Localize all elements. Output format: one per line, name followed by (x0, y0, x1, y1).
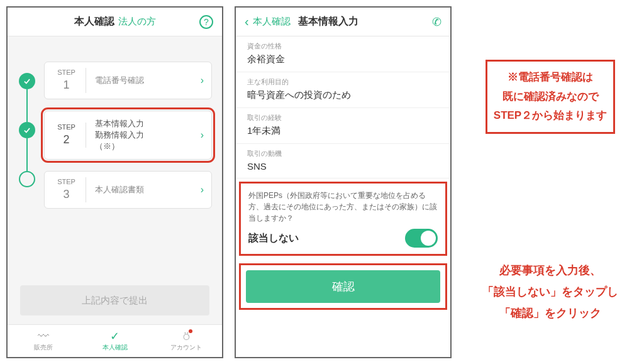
confirm-button[interactable]: 確認 (246, 270, 440, 303)
step-dot-done (19, 73, 35, 89)
phone-icon[interactable]: ✆ (432, 15, 441, 29)
field-fund-nature[interactable]: 資金の性格 余裕資金 (236, 36, 450, 72)
field-label: 主な利用目的 (247, 77, 439, 87)
peps-toggle[interactable] (405, 229, 438, 248)
bottom-nav: 〰 販売所 ✓ 本人確認 ⍥ アカウント (8, 324, 222, 357)
timeline-line (26, 89, 28, 122)
person-icon: ⍥ (183, 331, 190, 342)
help-icon[interactable]: ? (199, 15, 213, 29)
notification-dot-icon (189, 329, 192, 333)
header-subtitle-link[interactable]: 法人の方 (118, 16, 156, 28)
step-label: 基本情報入力 勤務情報入力 （※） (86, 118, 201, 153)
field-value: 暗号資産への投資のため (247, 89, 439, 101)
peps-question: 外国PEPs（外国政府等において重要な地位を占める方、過去にその地位にあった方、… (248, 190, 438, 224)
nav-label: 販売所 (34, 343, 53, 352)
step-card-3[interactable]: STEP3 本人確認書類 › (44, 171, 212, 209)
timeline (18, 62, 36, 285)
chevron-right-icon: › (201, 75, 204, 86)
submit-row: 上記内容で提出 (8, 285, 222, 324)
annotation-text: 必要事項を入力後、 「該当しない」をタップし 「確認」をクリック (482, 260, 618, 324)
step-dot-pending (19, 171, 35, 187)
page-title: 本人確認 (74, 15, 114, 28)
page-title: 基本情報入力 (298, 15, 358, 28)
step-label: 本人確認書類 (86, 184, 201, 195)
nav-label: アカウント (170, 343, 202, 352)
phone-form-screen: ‹ 本人確認 基本情報入力 ✆ 資金の性格 余裕資金 主な利用目的 暗号資産への… (235, 6, 452, 358)
step-badge: STEP3 (52, 177, 86, 202)
submit-button[interactable]: 上記内容で提出 (20, 285, 209, 315)
timeline-line (26, 138, 28, 171)
field-label: 取引の経験 (247, 113, 439, 123)
step-badge: STEP1 (52, 68, 86, 93)
field-value: SNS (247, 161, 439, 172)
nav-label: 本人確認 (103, 343, 128, 352)
annotation-boxed: ※電話番号確認は 既に確認済みなので STEP２から始まります (486, 60, 615, 134)
chevron-right-icon: › (201, 129, 204, 141)
field-value: 余裕資金 (247, 53, 439, 65)
header-bar: 本人確認 法人の方 ? (8, 8, 222, 36)
step-badge: STEP2 (52, 123, 86, 148)
field-motive[interactable]: 取引の動機 SNS (236, 144, 450, 178)
confirm-wrap: 確認 (241, 265, 445, 308)
nav-sales[interactable]: 〰 販売所 (8, 325, 79, 357)
peps-value: 該当しない (248, 232, 299, 245)
field-label: 資金の性格 (247, 41, 439, 51)
chart-line-icon: 〰 (38, 331, 49, 342)
field-value: 1年未満 (247, 125, 439, 137)
step-dot-done (19, 122, 35, 138)
phone-steps-screen: 本人確認 法人の方 ? STEP1 電話番号確認 › STEP2 基本情報入力 … (6, 6, 223, 358)
shield-check-icon: ✓ (110, 331, 119, 342)
steps-area: STEP1 電話番号確認 › STEP2 基本情報入力 勤務情報入力 （※） ›… (8, 36, 222, 285)
step-card-2[interactable]: STEP2 基本情報入力 勤務情報入力 （※） › (44, 111, 212, 160)
chevron-right-icon: › (201, 184, 204, 195)
peps-block: 外国PEPs（外国政府等において重要な地位を占める方、過去にその地位にあった方、… (241, 184, 445, 254)
step-cards: STEP1 電話番号確認 › STEP2 基本情報入力 勤務情報入力 （※） ›… (44, 62, 212, 285)
step-label: 電話番号確認 (86, 75, 201, 86)
field-purpose[interactable]: 主な利用目的 暗号資産への投資のため (236, 72, 450, 108)
back-chevron-icon[interactable]: ‹ (245, 14, 249, 29)
peps-row: 該当しない (248, 229, 438, 248)
nav-account[interactable]: ⍥ アカウント (150, 325, 222, 357)
header-bar: ‹ 本人確認 基本情報入力 ✆ (236, 8, 450, 36)
back-link[interactable]: 本人確認 (253, 16, 291, 28)
field-label: 取引の動機 (247, 149, 439, 158)
field-experience[interactable]: 取引の経験 1年未満 (236, 108, 450, 144)
step-card-1[interactable]: STEP1 電話番号確認 › (44, 62, 212, 99)
nav-identity[interactable]: ✓ 本人確認 (79, 325, 151, 357)
annotations: ※電話番号確認は 既に確認済みなので STEP２から始まります 必要事項を入力後… (463, 6, 638, 356)
